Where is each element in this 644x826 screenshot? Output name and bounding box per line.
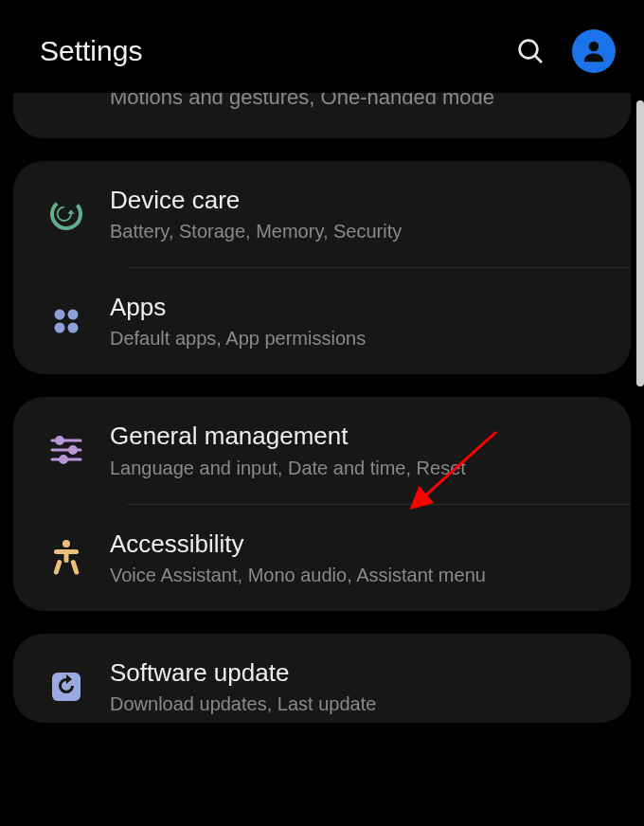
svg-point-7 [68, 323, 79, 333]
item-title: Apps [110, 293, 612, 322]
svg-point-4 [55, 310, 65, 320]
list-item-accessibility[interactable]: Accessibility Voice Assistant, Mono audi… [13, 505, 631, 611]
svg-rect-18 [70, 559, 80, 575]
svg-point-3 [47, 195, 85, 233]
svg-point-9 [57, 438, 63, 444]
svg-point-11 [70, 447, 77, 454]
svg-point-2 [589, 42, 599, 52]
accessibility-icon [40, 539, 93, 577]
item-subtitle: Download updates, Last update [110, 693, 612, 715]
list-item-general-management[interactable]: General management Language and input, D… [13, 397, 631, 503]
svg-rect-17 [53, 559, 63, 575]
software-update-icon [40, 670, 93, 704]
item-title: Software update [110, 658, 612, 688]
settings-group-advanced: Motions and gestures, One-handed mode [13, 93, 631, 138]
list-item-software-update[interactable]: Software update Download updates, Last u… [13, 634, 631, 723]
svg-point-14 [63, 540, 70, 548]
settings-group-update: Software update Download updates, Last u… [13, 634, 631, 723]
header-actions [515, 29, 616, 73]
settings-group-system: General management Language and input, D… [13, 397, 631, 610]
svg-rect-16 [64, 549, 69, 563]
item-title: Accessibility [110, 530, 612, 559]
header: Settings [0, 0, 644, 93]
svg-point-6 [55, 323, 65, 333]
item-subtitle: Language and input, Date and time, Reset [110, 458, 612, 479]
page-title: Settings [40, 35, 515, 67]
settings-group-device: Device care Battery, Storage, Memory, Se… [13, 161, 631, 374]
profile-avatar[interactable] [572, 29, 616, 73]
search-icon[interactable] [515, 36, 546, 66]
svg-line-1 [535, 56, 542, 63]
apps-icon [40, 305, 93, 337]
item-subtitle: Default apps, App permissions [110, 328, 612, 350]
item-subtitle: Battery, Storage, Memory, Security [110, 221, 612, 242]
sliders-icon [40, 436, 93, 464]
svg-point-5 [68, 310, 79, 320]
item-subtitle: Motions and gestures, One-handed mode [110, 93, 612, 108]
scrollbar-thumb[interactable] [636, 100, 644, 386]
svg-point-13 [61, 457, 67, 463]
advanced-features-icon [40, 93, 93, 114]
settings-scroll[interactable]: Motions and gestures, One-handed mode De… [0, 93, 644, 826]
item-subtitle: Voice Assistant, Mono audio, Assistant m… [110, 565, 612, 586]
list-item-device-care[interactable]: Device care Battery, Storage, Memory, Se… [13, 161, 631, 267]
item-title: Device care [110, 186, 612, 215]
svg-point-0 [520, 41, 538, 59]
list-item-apps[interactable]: Apps Default apps, App permissions [13, 268, 631, 374]
item-title: General management [110, 422, 612, 451]
device-care-icon [40, 195, 93, 233]
list-item-advanced-features[interactable]: Motions and gestures, One-handed mode [13, 93, 631, 138]
